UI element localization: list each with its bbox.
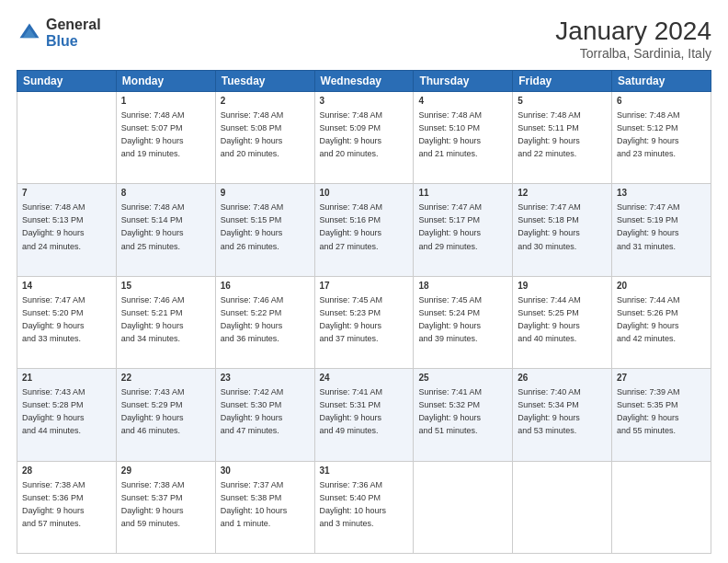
calendar-cell: 25Sunrise: 7:41 AM Sunset: 5:32 PM Dayli… xyxy=(414,369,513,461)
cell-content: Sunrise: 7:48 AM Sunset: 5:07 PM Dayligh… xyxy=(121,110,185,158)
cell-content: Sunrise: 7:45 AM Sunset: 5:23 PM Dayligh… xyxy=(320,295,383,343)
day-number: 2 xyxy=(221,95,310,108)
calendar-cell: 31Sunrise: 7:36 AM Sunset: 5:40 PM Dayli… xyxy=(314,461,414,553)
day-number: 4 xyxy=(418,95,507,108)
month-year: January 2024 xyxy=(555,17,711,46)
day-number: 25 xyxy=(418,372,507,385)
calendar-cell: 23Sunrise: 7:42 AM Sunset: 5:30 PM Dayli… xyxy=(215,369,314,461)
cell-content: Sunrise: 7:46 AM Sunset: 5:22 PM Dayligh… xyxy=(221,295,284,343)
calendar-cell: 15Sunrise: 7:46 AM Sunset: 5:21 PM Dayli… xyxy=(116,276,215,368)
calendar-cell xyxy=(17,92,117,184)
calendar-cell: 24Sunrise: 7:41 AM Sunset: 5:31 PM Dayli… xyxy=(314,369,414,461)
day-number: 30 xyxy=(221,465,310,477)
calendar-cell xyxy=(414,461,513,553)
cell-content: Sunrise: 7:48 AM Sunset: 5:09 PM Dayligh… xyxy=(320,110,383,158)
cell-content: Sunrise: 7:47 AM Sunset: 5:19 PM Dayligh… xyxy=(617,202,680,250)
day-number: 27 xyxy=(617,372,706,385)
calendar-week-row: 14Sunrise: 7:47 AM Sunset: 5:20 PM Dayli… xyxy=(17,276,711,368)
cell-content: Sunrise: 7:40 AM Sunset: 5:34 PM Dayligh… xyxy=(518,387,581,435)
day-number: 3 xyxy=(320,95,409,108)
calendar-cell: 21Sunrise: 7:43 AM Sunset: 5:28 PM Dayli… xyxy=(17,369,117,461)
day-number: 8 xyxy=(121,187,210,200)
calendar-cell: 22Sunrise: 7:43 AM Sunset: 5:29 PM Dayli… xyxy=(116,369,215,461)
location: Torralba, Sardinia, Italy xyxy=(555,46,711,61)
calendar-cell: 9Sunrise: 7:48 AM Sunset: 5:15 PM Daylig… xyxy=(215,184,314,276)
day-number: 28 xyxy=(22,465,111,477)
day-number: 14 xyxy=(22,280,111,293)
calendar-cell: 10Sunrise: 7:48 AM Sunset: 5:16 PM Dayli… xyxy=(314,184,414,276)
calendar-table: SundayMondayTuesdayWednesdayThursdayFrid… xyxy=(17,70,711,554)
calendar-cell: 1Sunrise: 7:48 AM Sunset: 5:07 PM Daylig… xyxy=(116,92,215,184)
logo-text: General Blue xyxy=(46,17,101,49)
cell-content: Sunrise: 7:47 AM Sunset: 5:18 PM Dayligh… xyxy=(518,202,581,250)
calendar-week-row: 28Sunrise: 7:38 AM Sunset: 5:36 PM Dayli… xyxy=(17,461,711,553)
cell-content: Sunrise: 7:44 AM Sunset: 5:25 PM Dayligh… xyxy=(518,295,581,343)
logo: General Blue xyxy=(17,17,101,49)
day-number: 13 xyxy=(617,187,706,200)
cell-content: Sunrise: 7:47 AM Sunset: 5:17 PM Dayligh… xyxy=(418,202,482,250)
cell-content: Sunrise: 7:42 AM Sunset: 5:30 PM Dayligh… xyxy=(221,387,284,435)
calendar-cell: 7Sunrise: 7:48 AM Sunset: 5:13 PM Daylig… xyxy=(17,184,117,276)
calendar-week-row: 7Sunrise: 7:48 AM Sunset: 5:13 PM Daylig… xyxy=(17,184,711,276)
calendar-cell: 13Sunrise: 7:47 AM Sunset: 5:19 PM Dayli… xyxy=(612,184,711,276)
day-number: 1 xyxy=(121,95,210,108)
page: General Blue January 2024 Torralba, Sard… xyxy=(0,0,728,563)
calendar-cell: 16Sunrise: 7:46 AM Sunset: 5:22 PM Dayli… xyxy=(215,276,314,368)
day-number: 22 xyxy=(121,372,210,385)
title-block: January 2024 Torralba, Sardinia, Italy xyxy=(555,17,711,61)
day-number: 29 xyxy=(121,465,210,477)
day-number: 17 xyxy=(320,280,409,293)
calendar-header-thursday: Thursday xyxy=(414,71,513,92)
calendar-cell: 2Sunrise: 7:48 AM Sunset: 5:08 PM Daylig… xyxy=(215,92,314,184)
calendar-cell xyxy=(513,461,612,553)
calendar-cell: 12Sunrise: 7:47 AM Sunset: 5:18 PM Dayli… xyxy=(513,184,612,276)
calendar-cell: 20Sunrise: 7:44 AM Sunset: 5:26 PM Dayli… xyxy=(612,276,711,368)
day-number: 18 xyxy=(418,280,507,293)
calendar-cell: 26Sunrise: 7:40 AM Sunset: 5:34 PM Dayli… xyxy=(513,369,612,461)
calendar-cell: 18Sunrise: 7:45 AM Sunset: 5:24 PM Dayli… xyxy=(414,276,513,368)
cell-content: Sunrise: 7:39 AM Sunset: 5:35 PM Dayligh… xyxy=(617,387,680,435)
calendar-cell: 5Sunrise: 7:48 AM Sunset: 5:11 PM Daylig… xyxy=(513,92,612,184)
cell-content: Sunrise: 7:48 AM Sunset: 5:10 PM Dayligh… xyxy=(418,110,482,158)
cell-content: Sunrise: 7:48 AM Sunset: 5:08 PM Dayligh… xyxy=(221,110,284,158)
calendar-cell: 29Sunrise: 7:38 AM Sunset: 5:37 PM Dayli… xyxy=(116,461,215,553)
cell-content: Sunrise: 7:38 AM Sunset: 5:36 PM Dayligh… xyxy=(22,480,85,528)
calendar-cell: 3Sunrise: 7:48 AM Sunset: 5:09 PM Daylig… xyxy=(314,92,414,184)
cell-content: Sunrise: 7:41 AM Sunset: 5:31 PM Dayligh… xyxy=(320,387,383,435)
cell-content: Sunrise: 7:48 AM Sunset: 5:16 PM Dayligh… xyxy=(320,202,383,250)
day-number: 15 xyxy=(121,280,210,293)
calendar-cell: 6Sunrise: 7:48 AM Sunset: 5:12 PM Daylig… xyxy=(612,92,711,184)
calendar-header-monday: Monday xyxy=(116,71,215,92)
cell-content: Sunrise: 7:43 AM Sunset: 5:29 PM Dayligh… xyxy=(121,387,185,435)
cell-content: Sunrise: 7:48 AM Sunset: 5:15 PM Dayligh… xyxy=(221,202,284,250)
day-number: 21 xyxy=(22,372,111,385)
calendar-week-row: 21Sunrise: 7:43 AM Sunset: 5:28 PM Dayli… xyxy=(17,369,711,461)
cell-content: Sunrise: 7:38 AM Sunset: 5:37 PM Dayligh… xyxy=(121,480,185,528)
logo-general-text: General xyxy=(46,17,101,33)
logo-blue-text: Blue xyxy=(46,33,101,50)
day-number: 9 xyxy=(221,187,310,200)
day-number: 5 xyxy=(518,95,607,108)
calendar-cell: 4Sunrise: 7:48 AM Sunset: 5:10 PM Daylig… xyxy=(414,92,513,184)
calendar-cell: 11Sunrise: 7:47 AM Sunset: 5:17 PM Dayli… xyxy=(414,184,513,276)
cell-content: Sunrise: 7:41 AM Sunset: 5:32 PM Dayligh… xyxy=(418,387,482,435)
calendar-cell: 17Sunrise: 7:45 AM Sunset: 5:23 PM Dayli… xyxy=(314,276,414,368)
logo-icon xyxy=(17,20,42,46)
calendar-cell: 27Sunrise: 7:39 AM Sunset: 5:35 PM Dayli… xyxy=(612,369,711,461)
cell-content: Sunrise: 7:48 AM Sunset: 5:13 PM Dayligh… xyxy=(22,202,85,250)
calendar-cell: 14Sunrise: 7:47 AM Sunset: 5:20 PM Dayli… xyxy=(17,276,117,368)
day-number: 26 xyxy=(518,372,607,385)
cell-content: Sunrise: 7:47 AM Sunset: 5:20 PM Dayligh… xyxy=(22,295,85,343)
day-number: 19 xyxy=(518,280,607,293)
calendar-header-sunday: Sunday xyxy=(17,71,117,92)
cell-content: Sunrise: 7:44 AM Sunset: 5:26 PM Dayligh… xyxy=(617,295,680,343)
cell-content: Sunrise: 7:43 AM Sunset: 5:28 PM Dayligh… xyxy=(22,387,85,435)
day-number: 23 xyxy=(221,372,310,385)
day-number: 16 xyxy=(221,280,310,293)
cell-content: Sunrise: 7:48 AM Sunset: 5:12 PM Dayligh… xyxy=(617,110,680,158)
day-number: 12 xyxy=(518,187,607,200)
cell-content: Sunrise: 7:45 AM Sunset: 5:24 PM Dayligh… xyxy=(418,295,482,343)
calendar-cell: 19Sunrise: 7:44 AM Sunset: 5:25 PM Dayli… xyxy=(513,276,612,368)
calendar-cell: 28Sunrise: 7:38 AM Sunset: 5:36 PM Dayli… xyxy=(17,461,117,553)
calendar-cell xyxy=(612,461,711,553)
